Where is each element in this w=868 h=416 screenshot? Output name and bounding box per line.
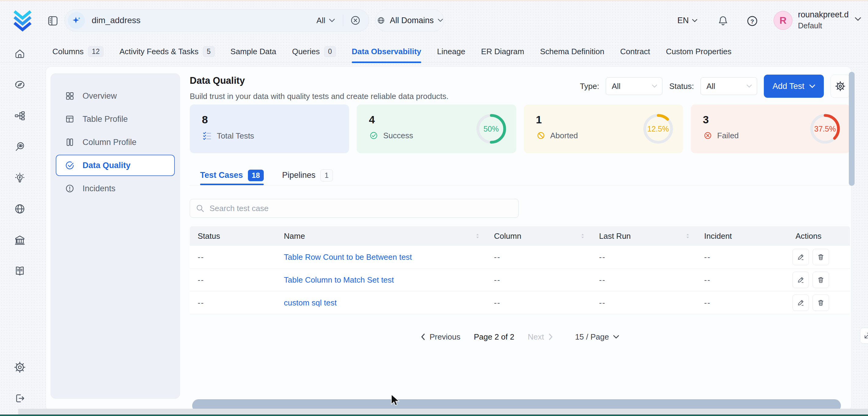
col-name[interactable]: Name [276, 226, 486, 246]
help-button[interactable]: ? [746, 14, 759, 28]
nav-logout-button[interactable] [9, 388, 30, 409]
bank-icon [13, 233, 26, 246]
tab-activity-feeds[interactable]: Activity Feeds & Tasks 5 [119, 41, 214, 63]
menu-item-incidents[interactable]: Incidents [56, 178, 175, 199]
tab-label: Data Observability [352, 47, 421, 56]
pencil-icon [796, 298, 805, 307]
tab-pipelines[interactable]: Pipelines 1 [282, 165, 333, 185]
chevron-down-icon [438, 19, 443, 22]
tab-er-diagram[interactable]: ER Diagram [481, 41, 524, 63]
domains-filter-button[interactable]: All Domains [375, 9, 444, 32]
page-size-select[interactable]: 15 / Page [575, 332, 619, 342]
col-last-run[interactable]: Last Run [591, 226, 696, 246]
checklist-icon [202, 131, 212, 141]
search-icon [195, 204, 205, 213]
nav-governance-button[interactable] [9, 230, 30, 250]
status-filter-select[interactable]: All [701, 77, 757, 95]
test-settings-button[interactable] [831, 75, 850, 98]
tab-columns[interactable]: Columns 12 [52, 41, 103, 63]
tab-count: 12 [88, 46, 104, 57]
cell-actions [787, 268, 850, 291]
user-avatar[interactable]: R [774, 11, 793, 30]
col-status: Status [190, 226, 276, 246]
nav-home-button[interactable] [9, 43, 30, 64]
tab-schema-definition[interactable]: Schema Definition [540, 41, 604, 63]
menu-item-overview[interactable]: Overview [56, 85, 175, 106]
test-case-search-input[interactable] [210, 204, 513, 213]
vertical-scrollbar-thumb[interactable] [849, 72, 855, 186]
edit-test-button[interactable] [793, 271, 809, 288]
nav-explore-button[interactable] [9, 74, 30, 95]
search-scope-select[interactable]: All [314, 16, 337, 25]
delete-test-button[interactable] [812, 249, 829, 265]
sort-icon[interactable] [475, 233, 480, 239]
menu-item-column-profile[interactable]: Column Profile [56, 132, 175, 153]
total-tests-value: 8 [202, 114, 349, 126]
nav-domains-button[interactable] [9, 198, 30, 219]
tab-label: Contract [620, 47, 650, 56]
card-total-tests: 8 Total Tests [190, 104, 349, 153]
menu-item-table-profile[interactable]: Table Profile [56, 108, 175, 130]
previous-page-button[interactable]: Previous [421, 332, 461, 342]
chevron-down-icon [652, 84, 657, 88]
next-page-button[interactable]: Next [528, 332, 553, 342]
tab-custom-properties[interactable]: Custom Properties [666, 41, 731, 63]
expand-panel-button[interactable] [860, 328, 868, 344]
type-filter-select[interactable]: All [606, 77, 662, 95]
nav-lineage-button[interactable] [9, 105, 30, 126]
user-menu[interactable]: rounakpreet.d Default [798, 10, 852, 30]
edit-test-button[interactable] [793, 294, 809, 311]
search-clear-button[interactable] [349, 14, 362, 27]
edit-test-button[interactable] [793, 249, 809, 265]
tab-label: Lineage [437, 47, 465, 56]
add-test-label: Add Test [772, 82, 804, 91]
tab-data-observability[interactable]: Data Observability [352, 41, 421, 63]
delete-test-button[interactable] [812, 271, 829, 288]
tab-label: Sample Data [230, 47, 276, 56]
tab-lineage[interactable]: Lineage [437, 41, 465, 63]
add-test-button[interactable]: Add Test [764, 75, 824, 98]
type-filter-value: All [612, 82, 620, 91]
app-logo[interactable] [11, 8, 34, 32]
menu-item-label: Incidents [83, 184, 116, 193]
menu-item-data-quality[interactable]: Data Quality [56, 155, 175, 176]
cell-column: -- [486, 291, 591, 314]
chevron-down-icon [746, 84, 752, 88]
home-icon [14, 47, 26, 60]
tab-test-cases[interactable]: Test Cases 18 [200, 165, 264, 185]
test-case-search[interactable] [190, 199, 519, 218]
notifications-button[interactable] [716, 14, 730, 28]
sort-icon[interactable] [580, 233, 585, 239]
pagination: Previous Page 2 of 2 Next 15 / Page [190, 329, 850, 345]
tab-contract[interactable]: Contract [620, 41, 650, 63]
user-menu-chevron-icon[interactable] [855, 17, 861, 21]
test-case-link[interactable]: Table Column to Match Set test [276, 268, 486, 291]
globe-icon [376, 15, 386, 25]
delete-test-button[interactable] [812, 294, 829, 311]
tab-count: 5 [203, 46, 215, 57]
sidebar-toggle-button[interactable] [46, 14, 60, 28]
failed-x-icon [703, 131, 713, 140]
sort-icon[interactable] [685, 233, 690, 239]
nav-settings-button[interactable] [9, 357, 30, 378]
test-case-link[interactable]: custom sql test [276, 291, 486, 314]
global-search-input[interactable] [92, 15, 314, 25]
nav-glossary-button[interactable] [9, 261, 30, 281]
failed-label: Failed [717, 131, 739, 140]
aborted-percent: 12.5% [642, 113, 674, 145]
menu-item-label: Table Profile [83, 115, 128, 124]
nav-observability-button[interactable] [9, 136, 30, 157]
cell-column: -- [486, 246, 591, 268]
tab-sample-data[interactable]: Sample Data [230, 41, 276, 63]
col-column[interactable]: Column [486, 226, 591, 246]
chevron-down-icon [613, 335, 619, 339]
global-search-bar[interactable]: All [65, 9, 369, 32]
tab-queries[interactable]: Queries 0 [292, 41, 336, 63]
help-icon: ? [746, 14, 759, 28]
browser-scrollbar-track[interactable] [18, 409, 868, 415]
nav-insights-button[interactable] [9, 167, 30, 188]
tab-count: 0 [324, 46, 336, 57]
language-select[interactable]: EN [677, 16, 698, 25]
test-case-link[interactable]: Table Row Count to be Between test [276, 246, 486, 268]
menu-item-label: Data Quality [83, 161, 131, 170]
